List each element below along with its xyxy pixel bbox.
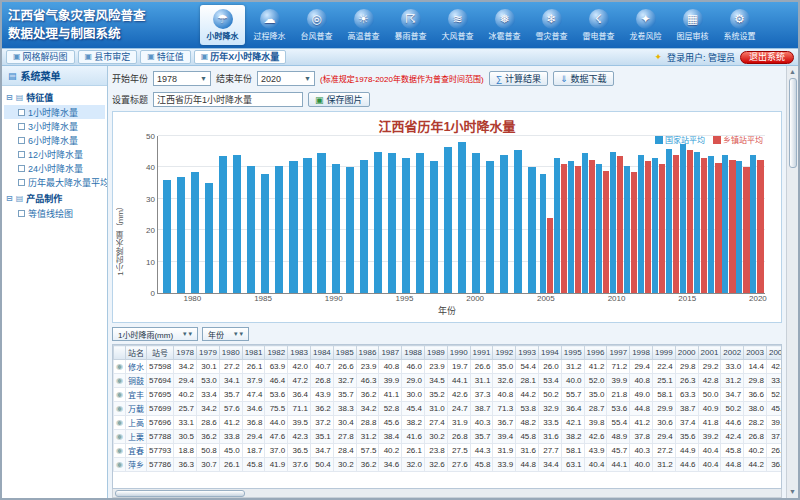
- value-cell: 45.6: [766, 402, 782, 416]
- value-cell: 44.3: [470, 444, 493, 458]
- toolbar-item-hail[interactable]: ❅冰雹普查: [482, 5, 527, 45]
- table-row[interactable]: ◉上栗5778830.536.233.829.447.642.335.127.8…: [114, 430, 783, 444]
- toolbar-item-rain-hour[interactable]: ☂小时降水: [200, 5, 245, 45]
- table-row[interactable]: ◉上高5769633.128.641.236.844.039.537.230.4…: [114, 416, 783, 430]
- row-expand-icon[interactable]: ◉: [114, 458, 126, 472]
- station-id-cell: 57786: [146, 458, 173, 472]
- toolbar-item-lightning[interactable]: ☇雷电普查: [576, 5, 621, 45]
- id-column-header: 站号: [146, 346, 173, 360]
- checkbox-icon[interactable]: [18, 165, 25, 172]
- checkbox-icon[interactable]: [18, 109, 25, 116]
- toolbar-item-rainstorm[interactable]: ☈暴雨普查: [388, 5, 433, 45]
- start-year-select[interactable]: 1978 ▼: [153, 71, 211, 86]
- tab-3[interactable]: ▣历年X小时降水量: [194, 50, 287, 64]
- toolbar-item-tornado[interactable]: ✦龙卷风险: [623, 5, 668, 45]
- logout-button[interactable]: 退出系统: [740, 51, 794, 64]
- station-name-cell: 万载: [125, 402, 146, 416]
- scroll-up-icon[interactable]: ▲: [789, 66, 796, 78]
- sidebar-item[interactable]: 1小时降水量: [4, 105, 105, 119]
- value-cell: 26.3: [675, 374, 698, 388]
- value-cell: 32.6: [425, 458, 448, 472]
- row-expand-icon[interactable]: ◉: [114, 374, 126, 388]
- value-cell: 44.9: [675, 444, 698, 458]
- calculate-button[interactable]: ∑ 计算结果: [489, 71, 548, 86]
- value-cell: 28.2: [744, 416, 767, 430]
- sidebar-item-label: 3小时降水量: [28, 120, 78, 133]
- tab-2[interactable]: ▣特征值: [140, 50, 191, 64]
- bar-national: [233, 155, 241, 293]
- toolbar-item-wind[interactable]: ≋大风普查: [435, 5, 480, 45]
- tab-label: 特征值: [157, 51, 184, 63]
- value-cell: 37.3: [470, 388, 493, 402]
- sidebar-group-header[interactable]: ⊟▤特征值: [4, 90, 105, 105]
- legend-item: 国家站平均: [655, 134, 705, 145]
- toolbar-item-snow[interactable]: ❄雪灾普查: [529, 5, 574, 45]
- checkbox-icon[interactable]: [18, 179, 25, 186]
- sidebar-item[interactable]: 历年最大降水量平均值图: [4, 175, 105, 189]
- toolbar-item-high-temp[interactable]: ☀高温普查: [341, 5, 386, 45]
- value-cell: 26.1: [219, 458, 242, 472]
- row-expand-icon[interactable]: ◉: [114, 360, 126, 374]
- checkbox-icon[interactable]: [18, 151, 25, 158]
- value-cell: 39.5: [288, 416, 311, 430]
- table-row[interactable]: ◉宜丰5769540.233.435.747.453.636.443.935.7…: [114, 388, 783, 402]
- value-cell: 30.5: [174, 430, 197, 444]
- vertical-scrollbar-thumb[interactable]: [789, 78, 797, 168]
- table-row[interactable]: ◉宜春5779318.850.845.018.737.036.534.728.4…: [114, 444, 783, 458]
- sidebar-group-header[interactable]: ⊟▤产品制作: [4, 191, 105, 206]
- value-cell: 30.2: [333, 458, 356, 472]
- checkbox-icon[interactable]: [18, 137, 25, 144]
- year-filter-select[interactable]: 年份 ▾ ▾: [202, 327, 249, 341]
- data-table-container[interactable]: 站名站号197819791980198119821983198419851986…: [112, 344, 782, 489]
- checkbox-icon[interactable]: [18, 123, 25, 130]
- value-filter-select[interactable]: 1小时降雨(mm) ▾ ▾: [112, 327, 198, 341]
- row-expand-icon[interactable]: ◉: [114, 430, 126, 444]
- bar-group: [567, 136, 581, 293]
- expand-icon: ⊟: [6, 194, 13, 203]
- value-cell: 53.0: [197, 374, 220, 388]
- sidebar-item[interactable]: 24小时降水量: [4, 161, 105, 175]
- station-column-header: 站名: [125, 346, 146, 360]
- row-expand-icon[interactable]: ◉: [114, 402, 126, 416]
- row-expand-icon[interactable]: ◉: [114, 416, 126, 430]
- save-image-button[interactable]: ▣ 保存图片: [308, 92, 370, 107]
- end-year-select[interactable]: 2020 ▼: [257, 71, 315, 86]
- value-cell: 40.2: [174, 388, 197, 402]
- toolbar-item-settings[interactable]: ⚙系统设置: [717, 5, 762, 45]
- toolbar-item-layer-review[interactable]: ▦图层审核: [670, 5, 715, 45]
- bar-group: [455, 136, 469, 293]
- table-row[interactable]: ◉修水5759834.230.127.226.163.942.040.726.6…: [114, 360, 783, 374]
- value-cell: 52.0: [584, 374, 607, 388]
- save-image-icon: ▣: [315, 95, 324, 105]
- toolbar-item-rain-process[interactable]: ☁过程降水: [247, 5, 292, 45]
- tab-1[interactable]: ▣县市审定: [78, 50, 138, 64]
- snow-icon: ❄: [542, 9, 562, 29]
- toolbar-item-typhoon[interactable]: ◎台风普查: [294, 5, 339, 45]
- sidebar-item[interactable]: 等值线绘图: [4, 206, 105, 220]
- value-cell: 23.9: [356, 360, 379, 374]
- horizontal-scrollbar[interactable]: [112, 489, 782, 498]
- table-row[interactable]: ◉万载5769925.734.257.634.675.571.136.238.3…: [114, 402, 783, 416]
- horizontal-scrollbar-thumb[interactable]: [115, 490, 245, 497]
- value-cell: 40.9: [698, 402, 721, 416]
- vertical-scrollbar[interactable]: ▲ ▼: [786, 66, 798, 498]
- bar-national: [416, 153, 424, 293]
- folder-icon: ▤: [16, 93, 24, 102]
- sidebar-item[interactable]: 12小时降水量: [4, 147, 105, 161]
- row-expand-icon[interactable]: ◉: [114, 444, 126, 458]
- chart-title-input[interactable]: [153, 92, 303, 107]
- y-tick-label: 40: [146, 163, 155, 172]
- tab-0[interactable]: ▣网格解码图: [6, 50, 75, 64]
- row-expand-icon[interactable]: ◉: [114, 388, 126, 402]
- download-button[interactable]: ⇓ 数据下载: [553, 71, 614, 86]
- sidebar-item[interactable]: 3小时降水量: [4, 119, 105, 133]
- toolbar-item-label: 过程降水: [254, 30, 286, 41]
- sidebar-item[interactable]: 6小时降水量: [4, 133, 105, 147]
- table-row[interactable]: ◉铜鼓5769429.453.034.137.946.447.226.832.7…: [114, 374, 783, 388]
- scroll-down-icon[interactable]: ▼: [789, 486, 796, 498]
- checkbox-icon[interactable]: [18, 210, 25, 217]
- value-cell: 29.0: [402, 374, 425, 388]
- table-row[interactable]: ◉萍乡5778636.330.726.145.841.937.650.430.2…: [114, 458, 783, 472]
- bar-national: [568, 161, 574, 293]
- bar-township: [561, 164, 567, 293]
